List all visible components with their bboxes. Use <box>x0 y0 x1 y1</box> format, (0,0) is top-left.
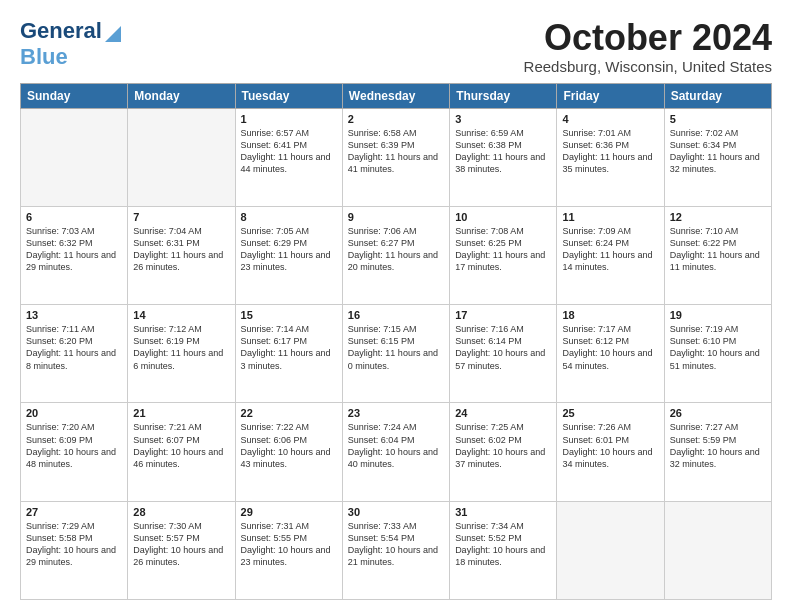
calendar-cell: 26Sunrise: 7:27 AM Sunset: 5:59 PM Dayli… <box>664 403 771 501</box>
header: General Blue October 2024 Reedsburg, Wis… <box>20 18 772 75</box>
title-block: October 2024 Reedsburg, Wisconsin, Unite… <box>524 18 772 75</box>
cell-sun-info: Sunrise: 7:09 AM Sunset: 6:24 PM Dayligh… <box>562 225 658 274</box>
cell-sun-info: Sunrise: 7:05 AM Sunset: 6:29 PM Dayligh… <box>241 225 337 274</box>
logo-triangle-icon <box>105 22 121 42</box>
cell-sun-info: Sunrise: 7:04 AM Sunset: 6:31 PM Dayligh… <box>133 225 229 274</box>
calendar-cell: 5Sunrise: 7:02 AM Sunset: 6:34 PM Daylig… <box>664 108 771 206</box>
logo: General Blue <box>20 18 121 70</box>
calendar-cell: 18Sunrise: 7:17 AM Sunset: 6:12 PM Dayli… <box>557 305 664 403</box>
calendar-cell: 10Sunrise: 7:08 AM Sunset: 6:25 PM Dayli… <box>450 206 557 304</box>
day-number: 31 <box>455 506 551 518</box>
day-number: 29 <box>241 506 337 518</box>
col-header-saturday: Saturday <box>664 83 771 108</box>
col-header-monday: Monday <box>128 83 235 108</box>
cell-sun-info: Sunrise: 7:02 AM Sunset: 6:34 PM Dayligh… <box>670 127 766 176</box>
cell-sun-info: Sunrise: 7:16 AM Sunset: 6:14 PM Dayligh… <box>455 323 551 372</box>
day-number: 23 <box>348 407 444 419</box>
calendar-cell: 16Sunrise: 7:15 AM Sunset: 6:15 PM Dayli… <box>342 305 449 403</box>
day-number: 25 <box>562 407 658 419</box>
calendar-cell: 27Sunrise: 7:29 AM Sunset: 5:58 PM Dayli… <box>21 501 128 599</box>
day-number: 15 <box>241 309 337 321</box>
cell-sun-info: Sunrise: 7:17 AM Sunset: 6:12 PM Dayligh… <box>562 323 658 372</box>
day-number: 22 <box>241 407 337 419</box>
day-number: 12 <box>670 211 766 223</box>
day-number: 8 <box>241 211 337 223</box>
cell-sun-info: Sunrise: 7:33 AM Sunset: 5:54 PM Dayligh… <box>348 520 444 569</box>
cell-sun-info: Sunrise: 7:22 AM Sunset: 6:06 PM Dayligh… <box>241 421 337 470</box>
day-number: 26 <box>670 407 766 419</box>
calendar-cell: 22Sunrise: 7:22 AM Sunset: 6:06 PM Dayli… <box>235 403 342 501</box>
cell-sun-info: Sunrise: 7:24 AM Sunset: 6:04 PM Dayligh… <box>348 421 444 470</box>
calendar-cell <box>21 108 128 206</box>
col-header-thursday: Thursday <box>450 83 557 108</box>
day-number: 10 <box>455 211 551 223</box>
calendar-cell <box>128 108 235 206</box>
day-number: 28 <box>133 506 229 518</box>
calendar-cell: 31Sunrise: 7:34 AM Sunset: 5:52 PM Dayli… <box>450 501 557 599</box>
calendar-cell: 4Sunrise: 7:01 AM Sunset: 6:36 PM Daylig… <box>557 108 664 206</box>
calendar-cell: 2Sunrise: 6:58 AM Sunset: 6:39 PM Daylig… <box>342 108 449 206</box>
cell-sun-info: Sunrise: 7:08 AM Sunset: 6:25 PM Dayligh… <box>455 225 551 274</box>
day-number: 11 <box>562 211 658 223</box>
day-number: 6 <box>26 211 122 223</box>
calendar-cell: 25Sunrise: 7:26 AM Sunset: 6:01 PM Dayli… <box>557 403 664 501</box>
day-number: 18 <box>562 309 658 321</box>
day-number: 3 <box>455 113 551 125</box>
cell-sun-info: Sunrise: 7:10 AM Sunset: 6:22 PM Dayligh… <box>670 225 766 274</box>
day-number: 13 <box>26 309 122 321</box>
day-number: 9 <box>348 211 444 223</box>
day-number: 30 <box>348 506 444 518</box>
cell-sun-info: Sunrise: 7:34 AM Sunset: 5:52 PM Dayligh… <box>455 520 551 569</box>
cell-sun-info: Sunrise: 7:19 AM Sunset: 6:10 PM Dayligh… <box>670 323 766 372</box>
calendar-cell: 23Sunrise: 7:24 AM Sunset: 6:04 PM Dayli… <box>342 403 449 501</box>
day-number: 16 <box>348 309 444 321</box>
cell-sun-info: Sunrise: 7:30 AM Sunset: 5:57 PM Dayligh… <box>133 520 229 569</box>
calendar-cell: 20Sunrise: 7:20 AM Sunset: 6:09 PM Dayli… <box>21 403 128 501</box>
cell-sun-info: Sunrise: 7:29 AM Sunset: 5:58 PM Dayligh… <box>26 520 122 569</box>
day-number: 5 <box>670 113 766 125</box>
cell-sun-info: Sunrise: 7:03 AM Sunset: 6:32 PM Dayligh… <box>26 225 122 274</box>
calendar-cell: 29Sunrise: 7:31 AM Sunset: 5:55 PM Dayli… <box>235 501 342 599</box>
calendar-cell: 24Sunrise: 7:25 AM Sunset: 6:02 PM Dayli… <box>450 403 557 501</box>
svg-marker-0 <box>105 26 121 42</box>
calendar-cell <box>664 501 771 599</box>
cell-sun-info: Sunrise: 7:21 AM Sunset: 6:07 PM Dayligh… <box>133 421 229 470</box>
calendar-cell: 28Sunrise: 7:30 AM Sunset: 5:57 PM Dayli… <box>128 501 235 599</box>
calendar-header-row: SundayMondayTuesdayWednesdayThursdayFrid… <box>21 83 772 108</box>
cell-sun-info: Sunrise: 6:58 AM Sunset: 6:39 PM Dayligh… <box>348 127 444 176</box>
day-number: 1 <box>241 113 337 125</box>
calendar-cell <box>557 501 664 599</box>
calendar-cell: 12Sunrise: 7:10 AM Sunset: 6:22 PM Dayli… <box>664 206 771 304</box>
calendar-cell: 7Sunrise: 7:04 AM Sunset: 6:31 PM Daylig… <box>128 206 235 304</box>
col-header-tuesday: Tuesday <box>235 83 342 108</box>
day-number: 17 <box>455 309 551 321</box>
day-number: 20 <box>26 407 122 419</box>
calendar-cell: 30Sunrise: 7:33 AM Sunset: 5:54 PM Dayli… <box>342 501 449 599</box>
page: General Blue October 2024 Reedsburg, Wis… <box>0 0 792 612</box>
week-row-1: 1Sunrise: 6:57 AM Sunset: 6:41 PM Daylig… <box>21 108 772 206</box>
calendar-cell: 11Sunrise: 7:09 AM Sunset: 6:24 PM Dayli… <box>557 206 664 304</box>
calendar-cell: 3Sunrise: 6:59 AM Sunset: 6:38 PM Daylig… <box>450 108 557 206</box>
week-row-3: 13Sunrise: 7:11 AM Sunset: 6:20 PM Dayli… <box>21 305 772 403</box>
cell-sun-info: Sunrise: 7:25 AM Sunset: 6:02 PM Dayligh… <box>455 421 551 470</box>
day-number: 24 <box>455 407 551 419</box>
day-number: 14 <box>133 309 229 321</box>
cell-sun-info: Sunrise: 7:27 AM Sunset: 5:59 PM Dayligh… <box>670 421 766 470</box>
cell-sun-info: Sunrise: 7:06 AM Sunset: 6:27 PM Dayligh… <box>348 225 444 274</box>
week-row-2: 6Sunrise: 7:03 AM Sunset: 6:32 PM Daylig… <box>21 206 772 304</box>
calendar-cell: 21Sunrise: 7:21 AM Sunset: 6:07 PM Dayli… <box>128 403 235 501</box>
week-row-4: 20Sunrise: 7:20 AM Sunset: 6:09 PM Dayli… <box>21 403 772 501</box>
month-title: October 2024 <box>524 18 772 58</box>
calendar-cell: 19Sunrise: 7:19 AM Sunset: 6:10 PM Dayli… <box>664 305 771 403</box>
cell-sun-info: Sunrise: 7:11 AM Sunset: 6:20 PM Dayligh… <box>26 323 122 372</box>
calendar-cell: 17Sunrise: 7:16 AM Sunset: 6:14 PM Dayli… <box>450 305 557 403</box>
calendar-cell: 8Sunrise: 7:05 AM Sunset: 6:29 PM Daylig… <box>235 206 342 304</box>
calendar-cell: 1Sunrise: 6:57 AM Sunset: 6:41 PM Daylig… <box>235 108 342 206</box>
day-number: 4 <box>562 113 658 125</box>
day-number: 7 <box>133 211 229 223</box>
cell-sun-info: Sunrise: 7:01 AM Sunset: 6:36 PM Dayligh… <box>562 127 658 176</box>
col-header-friday: Friday <box>557 83 664 108</box>
calendar-cell: 13Sunrise: 7:11 AM Sunset: 6:20 PM Dayli… <box>21 305 128 403</box>
week-row-5: 27Sunrise: 7:29 AM Sunset: 5:58 PM Dayli… <box>21 501 772 599</box>
calendar-cell: 9Sunrise: 7:06 AM Sunset: 6:27 PM Daylig… <box>342 206 449 304</box>
